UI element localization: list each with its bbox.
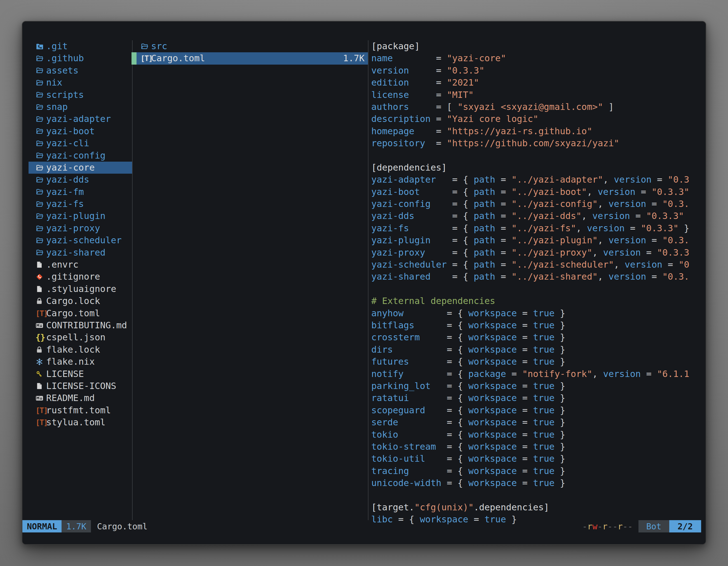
folder-icon — [36, 54, 46, 63]
file-item-flake.nix[interactable]: flake.nix — [22, 356, 132, 368]
file-item-stylua.toml[interactable]: [T]stylua.toml — [22, 416, 132, 428]
lock-icon — [36, 297, 46, 305]
preview-line: serde = { workspace = true } — [371, 416, 689, 428]
pane-separator-right — [368, 40, 368, 520]
preview-line: yazi-dds = { path = "../yazi-dds", versi… — [371, 210, 689, 222]
file-item-LICENSE[interactable]: LICENSE — [22, 368, 132, 380]
status-filename: Cargo.toml — [97, 522, 148, 531]
file-name: nix — [46, 77, 62, 89]
preview-line: yazi-plugin = { path = "../yazi-plugin",… — [371, 234, 689, 247]
preview-line: edition = "2021" — [371, 77, 689, 89]
file-name: .gitignore — [46, 271, 100, 283]
markdown-icon — [36, 394, 46, 402]
preview-line: description = "Yazi core logic" — [371, 113, 689, 125]
markdown-icon — [36, 321, 46, 329]
dir-item-yazi-scheduler[interactable]: yazi-scheduler — [22, 234, 132, 247]
folder-icon — [36, 127, 46, 135]
dir-item-nix[interactable]: nix — [22, 77, 132, 89]
folder-icon — [36, 236, 46, 245]
file-item-Cargo.lock[interactable]: Cargo.lock — [22, 295, 132, 307]
file-name: src — [151, 40, 167, 52]
folder-icon — [36, 248, 46, 257]
file-item-cspell.json[interactable]: {}cspell.json — [22, 331, 132, 343]
dir-item-yazi-fs[interactable]: yazi-fs — [22, 198, 132, 210]
file-name: yazi-cli — [46, 137, 89, 149]
folder-icon — [36, 200, 46, 208]
file-item-Cargo.toml[interactable]: [T]Cargo.toml1.7K — [137, 52, 368, 64]
file-item-Cargo.toml[interactable]: [T]Cargo.toml — [22, 307, 132, 319]
file-item-README.md[interactable]: README.md — [22, 392, 132, 404]
mode-badge: NORMAL — [22, 520, 62, 532]
dir-item-assets[interactable]: assets — [22, 65, 132, 77]
dir-item-src[interactable]: src — [133, 40, 368, 52]
dir-item-yazi-config[interactable]: yazi-config — [22, 150, 132, 162]
file-name: LICENSE — [46, 368, 84, 380]
file-name: scripts — [46, 89, 84, 101]
dir-item-yazi-fm[interactable]: yazi-fm — [22, 186, 132, 198]
file-item-.gitignore[interactable]: .gitignore — [22, 271, 132, 283]
folder-icon — [36, 188, 46, 196]
preview-line: crossterm = { workspace = true } — [371, 331, 689, 343]
dir-item-yazi-proxy[interactable]: yazi-proxy — [22, 222, 132, 234]
file-name: yazi-fm — [46, 186, 84, 198]
file-name: yazi-dds — [46, 174, 89, 186]
folder-icon — [36, 103, 46, 111]
file-name: yazi-plugin — [46, 210, 105, 222]
dir-item-yazi-dds[interactable]: yazi-dds — [22, 174, 132, 186]
preview-line: parking_lot = { workspace = true } — [371, 380, 689, 392]
preview-line — [371, 150, 689, 162]
file-item-rustfmt.toml[interactable]: [T]rustfmt.toml — [22, 404, 132, 416]
preview-line: repository = "https://github.com/sxyazi/… — [371, 137, 689, 149]
file-item-flake.lock[interactable]: flake.lock — [22, 344, 132, 356]
folder-icon — [36, 164, 46, 172]
dir-item-yazi-core[interactable]: yazi-core — [29, 162, 132, 174]
key-icon — [36, 370, 46, 378]
current-directory-pane: src[T]Cargo.toml1.7K — [133, 40, 368, 65]
file-name: assets — [46, 65, 79, 77]
file-icon — [36, 285, 46, 293]
dir-item-yazi-cli[interactable]: yazi-cli — [22, 137, 132, 149]
preview-line: yazi-scheduler = { path = "../yazi-sched… — [371, 259, 689, 271]
preview-line: name = "yazi-core" — [371, 52, 689, 64]
file-size: 1.7K — [343, 52, 368, 64]
file-icon — [36, 261, 46, 269]
preview-line: dirs = { workspace = true } — [371, 344, 689, 356]
file-item-.envrc[interactable]: .envrc — [22, 259, 132, 271]
dir-item-.git[interactable]: .git — [22, 40, 132, 52]
status-bar: NORMAL 1.7K Cargo.toml -rw-r--r-- Bot 2/… — [22, 520, 701, 532]
file-name: flake.nix — [46, 356, 95, 368]
folder-icon — [36, 212, 46, 220]
file-name: Cargo.lock — [46, 295, 100, 307]
preview-line: homepage = "https://yazi-rs.github.io" — [371, 125, 689, 137]
file-item-CONTRIBUTING.md[interactable]: CONTRIBUTING.md — [22, 319, 132, 331]
preview-line: tokio-stream = { workspace = true } — [371, 441, 689, 453]
preview-line: yazi-proxy = { path = "../yazi-proxy", v… — [371, 247, 689, 259]
file-icon — [36, 382, 46, 390]
preview-line: notify = { package = "notify-fork", vers… — [371, 368, 689, 380]
file-name: .git — [46, 40, 68, 52]
dir-item-snap[interactable]: snap — [22, 101, 132, 113]
file-name: Cargo.toml — [151, 52, 205, 64]
preview-line: yazi-boot = { path = "../yazi-boot", ver… — [371, 186, 689, 198]
dir-item-yazi-boot[interactable]: yazi-boot — [22, 125, 132, 137]
toml-icon: [T] — [36, 404, 46, 416]
file-item-LICENSE-ICONS[interactable]: LICENSE-ICONS — [22, 380, 132, 392]
file-name: yazi-config — [46, 150, 105, 162]
dir-item-yazi-plugin[interactable]: yazi-plugin — [22, 210, 132, 222]
file-item-.styluaignore[interactable]: .styluaignore — [22, 283, 132, 295]
cursor-count-label: 2/2 — [678, 522, 693, 531]
file-name: yazi-proxy — [46, 222, 100, 234]
file-name: CONTRIBUTING.md — [46, 319, 127, 331]
folder-icon — [36, 66, 46, 75]
scroll-position-badge: Bot — [638, 520, 669, 532]
folder-icon — [36, 79, 46, 87]
json-icon: {} — [36, 331, 46, 343]
dir-item-scripts[interactable]: scripts — [22, 89, 132, 101]
toml-icon: [T] — [36, 416, 46, 428]
file-name: stylua.toml — [46, 416, 105, 428]
selection-marker — [131, 52, 137, 64]
dir-item-yazi-shared[interactable]: yazi-shared — [22, 247, 132, 259]
dir-item-.github[interactable]: .github — [22, 52, 132, 64]
dir-item-yazi-adapter[interactable]: yazi-adapter — [22, 113, 132, 125]
file-name: yazi-scheduler — [46, 234, 122, 247]
